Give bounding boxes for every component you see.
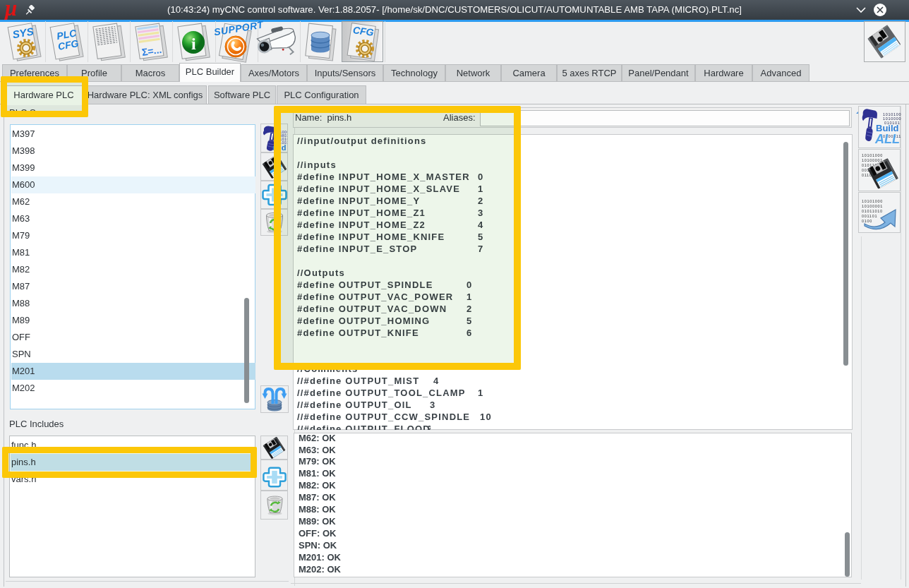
svg-text:01011010: 01011010 <box>862 209 883 213</box>
svg-text:ALL: ALL <box>874 132 900 146</box>
svg-text:001101: 001101 <box>862 214 877 218</box>
svg-text:10100001: 10100001 <box>862 158 883 162</box>
svg-text:i: i <box>191 35 196 53</box>
svg-text:0100: 0100 <box>862 219 872 223</box>
svg-text:10101000: 10101000 <box>862 199 883 203</box>
svg-text:10100001: 10100001 <box>862 204 883 208</box>
svg-text:10101000: 10101000 <box>862 153 883 157</box>
